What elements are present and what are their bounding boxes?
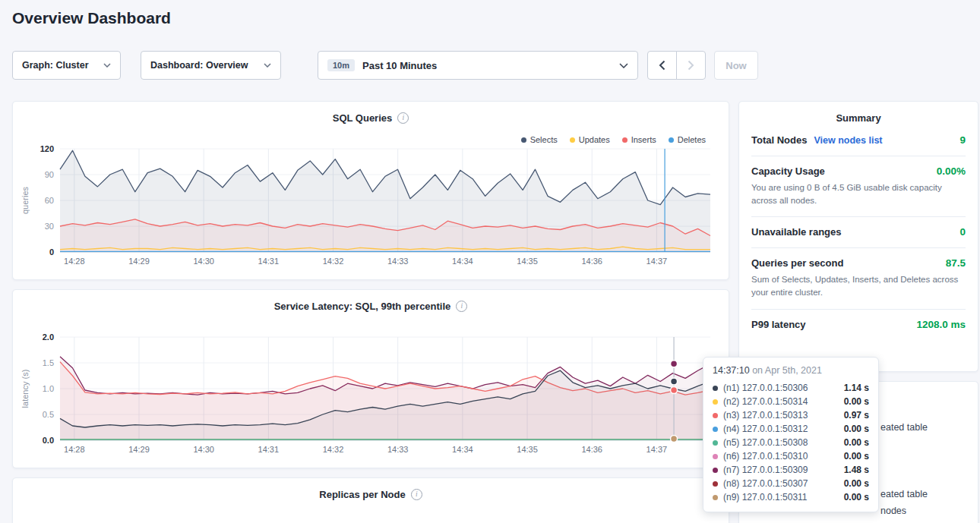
- svg-text:latency (s): latency (s): [21, 370, 30, 408]
- tooltip-row: (n9) 127.0.0.1:503110.00 s: [713, 490, 869, 504]
- time-nav-group: [647, 51, 706, 80]
- page-title: Overview Dashboard: [12, 9, 171, 27]
- chevron-down-icon: [264, 63, 271, 68]
- chevron-left-icon: [659, 60, 665, 71]
- svg-text:14:28: 14:28: [64, 257, 85, 266]
- summary-title: Summary: [751, 102, 966, 125]
- next-time-button[interactable]: [676, 51, 706, 80]
- charts-column: SQL Queries i SelectsUpdatesInsertsDelet…: [12, 101, 729, 523]
- summary-subtext: Sum of Selects, Updates, Inserts, and De…: [751, 273, 966, 298]
- tooltip-row: (n6) 127.0.0.1:503100.00 s: [713, 449, 869, 463]
- graph-dropdown-value: Graph: Cluster: [22, 60, 89, 71]
- svg-text:14:31: 14:31: [258, 445, 280, 454]
- series-dot-icon: [713, 427, 718, 432]
- svg-text:14:35: 14:35: [517, 445, 538, 454]
- tooltip-value: 0.00 s: [844, 396, 869, 407]
- tooltip-row: (n2) 127.0.0.1:503140.00 s: [713, 395, 869, 408]
- svg-text:14:37: 14:37: [646, 257, 668, 266]
- service-latency-chart[interactable]: 0.00.51.01.52.014:2814:2914:3014:3114:32…: [13, 331, 730, 466]
- tooltip-node: (n9) 127.0.0.1:50311: [723, 492, 808, 503]
- legend-dot-icon: [570, 137, 575, 143]
- svg-text:14:33: 14:33: [387, 445, 409, 454]
- legend-dot-icon: [669, 137, 674, 143]
- svg-text:14:32: 14:32: [323, 257, 344, 266]
- tooltip-row: (n5) 127.0.0.1:503080.00 s: [713, 436, 869, 449]
- tooltip-node: (n4) 127.0.0.1:50312: [723, 424, 808, 434]
- svg-text:14:34: 14:34: [452, 257, 473, 266]
- chevron-down-icon: [103, 63, 111, 68]
- series-dot-icon: [713, 399, 718, 405]
- tooltip-value: 0.00 s: [844, 451, 869, 462]
- svg-text:0.0: 0.0: [43, 436, 54, 445]
- summary-row: Unavailable ranges0: [751, 217, 966, 248]
- chart-title: Service Latency: SQL, 99th percentile: [274, 301, 451, 312]
- chart-title: Replicas per Node: [319, 489, 405, 500]
- svg-text:0: 0: [49, 247, 54, 257]
- tooltip-value: 0.00 s: [844, 478, 869, 489]
- summary-row: P99 latency1208.0 ms: [751, 310, 966, 340]
- series-dot-icon: [713, 495, 718, 500]
- series-dot-icon: [713, 481, 718, 487]
- svg-text:14:31: 14:31: [258, 257, 280, 266]
- dashboard-dropdown-value: Dashboard: Overview: [150, 60, 248, 71]
- prev-time-button[interactable]: [647, 51, 677, 80]
- tooltip-node: (n3) 127.0.0.1:50313: [723, 410, 808, 421]
- tooltip-date: on Apr 5th, 2021: [752, 365, 822, 376]
- series-dot-icon: [713, 468, 718, 473]
- svg-text:60: 60: [45, 196, 54, 205]
- replicas-panel: Replicas per Node i: [12, 477, 729, 523]
- tooltip-row: (n3) 127.0.0.1:503130.97 s: [713, 408, 869, 422]
- svg-text:14:30: 14:30: [193, 445, 214, 454]
- svg-text:14:37: 14:37: [646, 445, 668, 454]
- svg-text:30: 30: [45, 222, 54, 231]
- sql-queries-panel: SQL Queries i SelectsUpdatesInsertsDelet…: [12, 101, 729, 280]
- event-item-fragment: nodes: [880, 506, 906, 516]
- tooltip-value: 0.97 s: [844, 410, 869, 421]
- tooltip-node: (n7) 127.0.0.1:50309: [723, 465, 808, 475]
- svg-text:14:32: 14:32: [323, 445, 344, 454]
- time-range-picker[interactable]: 10m Past 10 Minutes: [318, 51, 638, 80]
- tooltip-node: (n2) 127.0.0.1:50314: [723, 396, 808, 407]
- series-dot-icon: [713, 440, 718, 446]
- view-nodes-list-link[interactable]: View nodes list: [814, 135, 882, 146]
- tooltip-node: (n1) 127.0.0.1:50306: [723, 383, 808, 393]
- tooltip-value: 0.00 s: [844, 424, 869, 434]
- info-icon[interactable]: i: [397, 112, 409, 124]
- series-dot-icon: [713, 386, 718, 391]
- svg-text:120: 120: [40, 144, 54, 153]
- series-dot-icon: [713, 454, 718, 459]
- sql-queries-chart[interactable]: 030609012014:2814:2914:3014:3114:3214:33…: [13, 143, 730, 278]
- tooltip-title: 14:37:10 on Apr 5th, 2021: [713, 365, 869, 376]
- summary-row: Total NodesView nodes list9: [751, 125, 966, 156]
- summary-value: 1208.0 ms: [916, 319, 966, 330]
- legend-dot-icon: [622, 137, 628, 143]
- graph-dropdown[interactable]: Graph: Cluster: [12, 51, 121, 80]
- svg-text:14:35: 14:35: [517, 257, 538, 266]
- svg-text:0.5: 0.5: [43, 410, 54, 419]
- tooltip-value: 0.00 s: [844, 437, 869, 448]
- summary-value: 0.00%: [937, 165, 966, 177]
- service-latency-panel: Service Latency: SQL, 99th percentile i …: [12, 289, 729, 468]
- summary-label: Capacity Usage: [751, 165, 825, 177]
- info-icon[interactable]: i: [456, 301, 467, 312]
- summary-row: Queries per second87.5Sum of Selects, Up…: [751, 248, 966, 309]
- svg-text:1.5: 1.5: [43, 358, 54, 367]
- tooltip-row: (n1) 127.0.0.1:503061.14 s: [713, 381, 869, 395]
- svg-text:2.0: 2.0: [43, 332, 54, 342]
- event-item-fragment: eated table: [880, 489, 928, 499]
- chart-title: SQL Queries: [333, 112, 393, 124]
- dashboard-dropdown[interactable]: Dashboard: Overview: [141, 51, 281, 80]
- summary-row: Capacity Usage0.00%You are using 0 B of …: [751, 156, 966, 217]
- svg-text:queries: queries: [21, 186, 30, 214]
- summary-panel: Summary Total NodesView nodes list9Capac…: [738, 101, 978, 372]
- tooltip-row: (n4) 127.0.0.1:503120.00 s: [713, 422, 869, 436]
- now-button[interactable]: Now: [714, 51, 758, 80]
- chevron-right-icon: [688, 60, 694, 71]
- summary-label: Unavailable ranges: [751, 226, 842, 238]
- tooltip-value: 1.14 s: [844, 383, 869, 393]
- tooltip-time: 14:37:10: [713, 365, 750, 376]
- svg-text:14:34: 14:34: [452, 445, 473, 454]
- info-icon[interactable]: i: [411, 489, 422, 500]
- svg-text:14:29: 14:29: [128, 445, 150, 454]
- summary-value: 87.5: [946, 257, 966, 269]
